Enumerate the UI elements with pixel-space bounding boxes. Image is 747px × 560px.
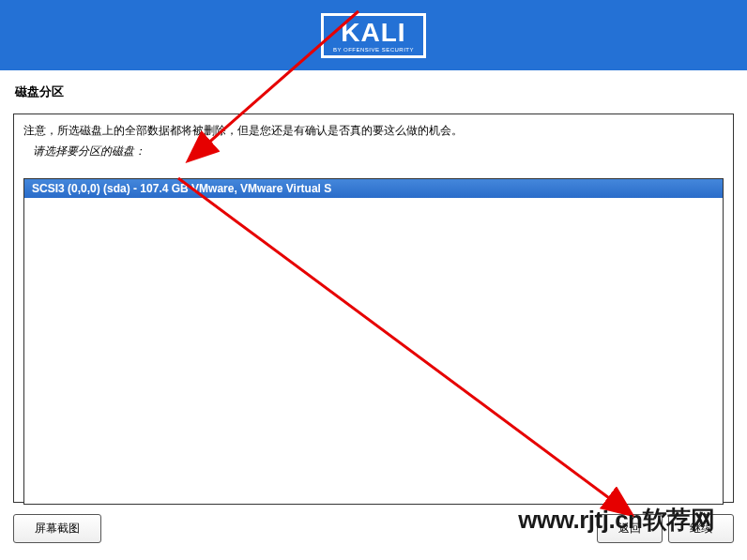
header-banner: KALI BY OFFENSIVE SECURITY bbox=[0, 0, 747, 70]
instruction-text: 注意，所选磁盘上的全部数据都将被删除，但是您还是有确认是否真的要这么做的机会。 bbox=[23, 122, 724, 140]
kali-logo: KALI BY OFFENSIVE SECURITY bbox=[321, 13, 426, 58]
disk-item-selected[interactable]: SCSI3 (0,0,0) (sda) - 107.4 GB VMware, V… bbox=[24, 179, 723, 198]
page-title: 磁盘分区 bbox=[15, 83, 732, 100]
main-panel: 注意，所选磁盘上的全部数据都将被删除，但是您还是有确认是否真的要这么做的机会。 … bbox=[13, 114, 734, 503]
button-row: 屏幕截图 返回 继续 bbox=[0, 503, 747, 543]
disk-list[interactable]: SCSI3 (0,0,0) (sda) - 107.4 GB VMware, V… bbox=[23, 178, 724, 505]
back-button[interactable]: 返回 bbox=[597, 514, 663, 543]
title-section: 磁盘分区 bbox=[0, 70, 747, 106]
logo-main-text: KALI bbox=[341, 20, 405, 46]
screenshot-button[interactable]: 屏幕截图 bbox=[13, 514, 101, 543]
button-right-group: 返回 继续 bbox=[597, 514, 734, 543]
logo-sub-text: BY OFFENSIVE SECURITY bbox=[333, 47, 414, 53]
sub-instruction-text: 请选择要分区的磁盘： bbox=[33, 144, 724, 159]
continue-button[interactable]: 继续 bbox=[668, 514, 734, 543]
